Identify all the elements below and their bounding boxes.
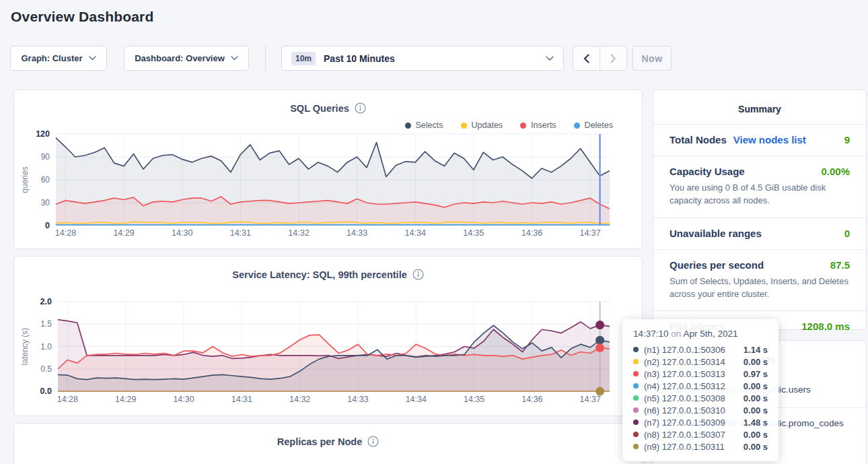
- qps-description: Sum of Selects, Updates, Inserts, and De…: [670, 275, 850, 301]
- time-forward-button[interactable]: [600, 46, 626, 70]
- summary-unavailable-ranges-row: Unavailable ranges 0: [653, 218, 866, 249]
- tooltip-node-value: 0.97 s: [744, 369, 768, 379]
- tooltip-node-value: 1.48 s: [744, 418, 768, 428]
- summary-total-nodes-row: Total Nodes View nodes list 9: [653, 124, 866, 156]
- svg-text:14:34: 14:34: [405, 228, 426, 238]
- page-title: Overview Dashboard: [11, 9, 154, 25]
- tooltip-node-label: (n2) 127.0.0.1:50314: [644, 357, 725, 367]
- info-icon[interactable]: [412, 269, 424, 280]
- chevron-right-icon: [610, 54, 616, 63]
- tooltip-node-label: (n8) 127.0.0.1:50307: [644, 430, 725, 440]
- svg-text:14:36: 14:36: [521, 228, 542, 238]
- chart-title: Replicas per Node: [277, 436, 363, 447]
- time-range-select[interactable]: 10m Past 10 Minutes: [281, 46, 564, 71]
- tooltip-node-row: (n7) 127.0.0.1:503091.48 s: [633, 416, 768, 428]
- info-icon[interactable]: [355, 102, 366, 114]
- tooltip-node-label: (n4) 127.0.0.1:50312: [644, 381, 725, 391]
- tooltip-node-value: 1.14 s: [744, 345, 768, 355]
- toolbar-divider: [265, 45, 266, 71]
- tooltip-node-label: (n1) 127.0.0.1:50306: [644, 345, 725, 355]
- tooltip-time: 14:37:10: [633, 329, 669, 339]
- tooltip-timestamp: 14:37:10 on Apr 5th, 2021: [633, 329, 768, 339]
- time-back-button[interactable]: [573, 46, 600, 70]
- tooltip-on-word: on: [671, 329, 681, 339]
- view-nodes-list-link[interactable]: View nodes list: [733, 134, 806, 145]
- chart-title: Service Latency: SQL, 99th percentile: [232, 269, 407, 280]
- graph-dropdown-label: Graph: Cluster: [21, 53, 82, 63]
- dashboard-dropdown-label: Dashboard: Overview: [135, 53, 225, 63]
- legend-item-deletes[interactable]: Deletes: [574, 121, 613, 130]
- svg-text:queries: queries: [20, 166, 30, 193]
- summary-qps-row: Queries per second 87.5 Sum of Selects, …: [653, 249, 866, 311]
- capacity-usage-label: Capacity Usage: [670, 166, 745, 177]
- graph-dropdown[interactable]: Graph: Cluster: [10, 46, 107, 71]
- service-latency-chart[interactable]: 0.00.51.01.52.014:2814:2914:3014:3114:32…: [14, 257, 642, 416]
- node-color-dot-icon: [633, 444, 639, 449]
- legend-item-selects[interactable]: Selects: [405, 121, 443, 130]
- svg-text:60: 60: [41, 175, 50, 185]
- capacity-usage-value: 0.00%: [821, 166, 850, 177]
- chart-legend: SelectsUpdatesInsertsDeletes: [405, 121, 613, 130]
- summary-capacity-row: Capacity Usage 0.00% You are using 0 B o…: [653, 156, 866, 218]
- legend-item-updates[interactable]: Updates: [461, 121, 503, 130]
- svg-text:14:30: 14:30: [172, 228, 192, 238]
- time-step-buttons: [573, 46, 627, 71]
- chart-hover-tooltip: 14:37:10 on Apr 5th, 2021 (n1) 127.0.0.1…: [622, 319, 779, 461]
- tooltip-node-row: (n8) 127.0.0.1:503070.00 s: [633, 428, 768, 440]
- svg-text:14:37: 14:37: [580, 395, 601, 404]
- node-color-dot-icon: [633, 395, 639, 401]
- svg-text:1.0: 1.0: [40, 342, 52, 352]
- tooltip-node-row: (n3) 127.0.0.1:503130.97 s: [633, 368, 768, 380]
- svg-text:30: 30: [41, 198, 50, 207]
- chart-title-row: SQL Queries: [14, 102, 642, 114]
- tooltip-node-value: 0.00 s: [744, 357, 768, 367]
- svg-text:14:35: 14:35: [463, 228, 484, 238]
- svg-text:14:34: 14:34: [406, 395, 427, 404]
- node-color-dot-icon: [633, 407, 639, 413]
- sql-queries-chart[interactable]: 030609012014:2814:2914:3014:3114:3214:33…: [14, 90, 642, 248]
- chevron-down-icon: [546, 56, 554, 61]
- svg-text:14:35: 14:35: [464, 395, 484, 404]
- svg-text:120: 120: [36, 129, 50, 139]
- summary-panel: Summary Total Nodes View nodes list 9 Ca…: [653, 90, 867, 330]
- svg-text:1.5: 1.5: [40, 319, 52, 329]
- node-color-dot-icon: [633, 383, 639, 389]
- tooltip-node-label: (n6) 127.0.0.1:50310: [644, 405, 725, 416]
- tooltip-node-row: (n6) 127.0.0.1:503100.00 s: [633, 404, 768, 416]
- tooltip-date: Apr 5th, 2021: [683, 329, 737, 339]
- tooltip-node-label: (n7) 127.0.0.1:50309: [644, 418, 725, 428]
- tooltip-node-value: 0.00 s: [744, 442, 768, 452]
- tooltip-node-value: 0.00 s: [744, 405, 768, 416]
- svg-text:14:36: 14:36: [521, 395, 542, 404]
- node-color-dot-icon: [633, 347, 639, 352]
- unavailable-ranges-value: 0: [844, 228, 850, 239]
- qps-value: 87.5: [830, 259, 850, 271]
- svg-text:0.5: 0.5: [40, 364, 52, 374]
- svg-text:0: 0: [45, 221, 50, 230]
- service-latency-chart-panel: 0.00.51.01.52.014:2814:2914:3014:3114:32…: [13, 256, 643, 416]
- dashboard-dropdown[interactable]: Dashboard: Overview: [124, 46, 249, 71]
- tooltip-node-row: (n4) 127.0.0.1:503120.00 s: [633, 380, 768, 392]
- legend-label: Selects: [416, 121, 443, 130]
- svg-text:0.0: 0.0: [40, 387, 52, 396]
- tooltip-node-value: 0.00 s: [744, 381, 768, 391]
- legend-item-inserts[interactable]: Inserts: [520, 121, 556, 130]
- svg-text:14:37: 14:37: [579, 228, 600, 238]
- legend-dot-icon: [405, 123, 411, 129]
- now-button[interactable]: Now: [632, 46, 672, 71]
- chevron-down-icon: [89, 56, 96, 61]
- unavailable-ranges-label: Unavailable ranges: [670, 228, 762, 239]
- node-color-dot-icon: [633, 359, 639, 364]
- info-icon[interactable]: [367, 436, 379, 447]
- legend-label: Updates: [472, 121, 503, 130]
- svg-text:14:33: 14:33: [347, 228, 367, 238]
- tooltip-node-row: (n5) 127.0.0.1:503080.00 s: [633, 392, 768, 404]
- tooltip-node-row: (n1) 127.0.0.1:503061.14 s: [633, 343, 768, 356]
- p99-latency-value: 1208.0 ms: [801, 321, 850, 332]
- chart-title-row: Replicas per Node: [14, 436, 642, 447]
- svg-text:14:31: 14:31: [230, 228, 251, 238]
- svg-text:14:29: 14:29: [113, 228, 134, 238]
- capacity-usage-description: You are using 0 B of 4.5 GiB usable disk…: [670, 182, 850, 207]
- tooltip-node-row: (n9) 127.0.0.1:503110.00 s: [633, 440, 768, 453]
- node-color-dot-icon: [633, 420, 639, 425]
